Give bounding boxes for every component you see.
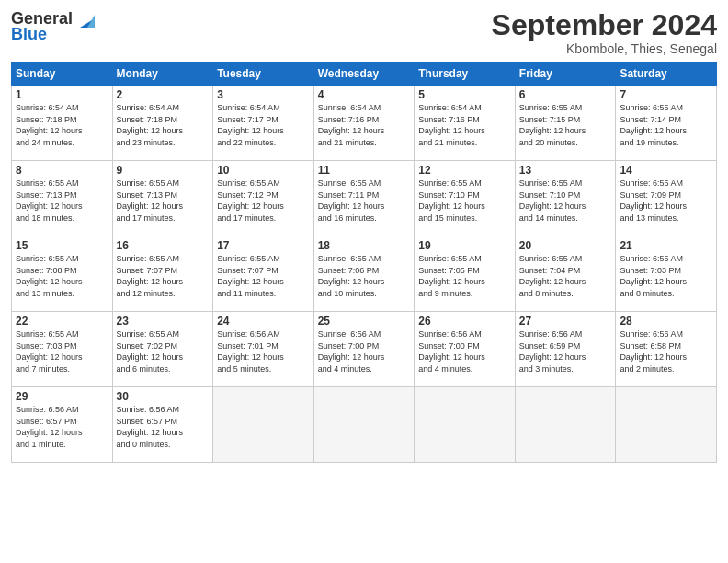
day-info: Sunrise: 6:55 AMSunset: 7:10 PMDaylight:… (418, 178, 511, 224)
calendar-cell: 2Sunrise: 6:54 AMSunset: 7:18 PMDaylight… (112, 86, 213, 161)
calendar-week-row: 22Sunrise: 6:55 AMSunset: 7:03 PMDayligh… (12, 312, 717, 387)
calendar-header-row: Sunday Monday Tuesday Wednesday Thursday… (12, 63, 717, 86)
day-info: Sunrise: 6:55 AMSunset: 7:13 PMDaylight:… (117, 178, 210, 224)
calendar-cell: 11Sunrise: 6:55 AMSunset: 7:11 PMDayligh… (313, 161, 415, 236)
col-thursday: Thursday (415, 63, 516, 86)
calendar-cell (515, 387, 616, 463)
day-info: Sunrise: 6:55 AMSunset: 7:13 PMDaylight:… (16, 178, 108, 224)
day-number: 1 (16, 88, 108, 101)
calendar-cell: 15Sunrise: 6:55 AMSunset: 7:08 PMDayligh… (12, 236, 113, 312)
calendar-cell: 22Sunrise: 6:55 AMSunset: 7:03 PMDayligh… (12, 312, 113, 387)
calendar-cell: 26Sunrise: 6:56 AMSunset: 7:00 PMDayligh… (415, 312, 516, 387)
calendar-cell: 4Sunrise: 6:54 AMSunset: 7:16 PMDaylight… (313, 86, 415, 161)
day-number: 26 (418, 315, 511, 327)
calendar-cell (616, 387, 717, 463)
calendar-cell: 30Sunrise: 6:56 AMSunset: 6:57 PMDayligh… (112, 387, 213, 463)
day-number: 19 (418, 239, 511, 252)
calendar-cell: 24Sunrise: 6:56 AMSunset: 7:01 PMDayligh… (213, 312, 314, 387)
calendar-cell: 16Sunrise: 6:55 AMSunset: 7:07 PMDayligh… (112, 236, 213, 312)
day-number: 20 (519, 239, 612, 252)
day-info: Sunrise: 6:56 AMSunset: 6:58 PMDaylight:… (620, 328, 712, 374)
header: General Blue September 2024 Kbombole, Th… (11, 9, 717, 56)
day-info: Sunrise: 6:55 AMSunset: 7:07 PMDaylight:… (117, 253, 210, 299)
day-number: 18 (318, 239, 411, 252)
day-info: Sunrise: 6:55 AMSunset: 7:08 PMDaylight:… (16, 253, 108, 299)
day-number: 7 (620, 88, 712, 101)
col-tuesday: Tuesday (213, 63, 314, 86)
day-info: Sunrise: 6:54 AMSunset: 7:18 PMDaylight:… (117, 102, 210, 148)
day-number: 5 (418, 88, 511, 101)
day-number: 25 (318, 315, 411, 327)
calendar-cell: 20Sunrise: 6:55 AMSunset: 7:04 PMDayligh… (515, 236, 616, 312)
day-info: Sunrise: 6:55 AMSunset: 7:04 PMDaylight:… (519, 253, 612, 299)
day-info: Sunrise: 6:55 AMSunset: 7:02 PMDaylight:… (117, 328, 210, 374)
day-info: Sunrise: 6:55 AMSunset: 7:14 PMDaylight:… (620, 102, 712, 148)
day-number: 3 (217, 88, 310, 101)
calendar-table: Sunday Monday Tuesday Wednesday Thursday… (11, 62, 717, 463)
day-info: Sunrise: 6:56 AMSunset: 6:57 PMDaylight:… (16, 404, 108, 450)
day-info: Sunrise: 6:55 AMSunset: 7:03 PMDaylight:… (16, 328, 108, 374)
day-info: Sunrise: 6:56 AMSunset: 6:57 PMDaylight:… (117, 404, 210, 450)
day-number: 27 (519, 315, 612, 327)
calendar-cell: 3Sunrise: 6:54 AMSunset: 7:17 PMDaylight… (213, 86, 314, 161)
col-monday: Monday (112, 63, 213, 86)
day-number: 10 (217, 164, 310, 177)
calendar-cell: 9Sunrise: 6:55 AMSunset: 7:13 PMDaylight… (112, 161, 213, 236)
col-saturday: Saturday (616, 63, 717, 86)
logo-blue-text: Blue (11, 25, 47, 44)
day-number: 11 (318, 164, 411, 177)
calendar-cell (415, 387, 516, 463)
calendar-cell: 25Sunrise: 6:56 AMSunset: 7:00 PMDayligh… (313, 312, 415, 387)
day-info: Sunrise: 6:54 AMSunset: 7:16 PMDaylight:… (318, 102, 411, 148)
calendar-week-row: 15Sunrise: 6:55 AMSunset: 7:08 PMDayligh… (12, 236, 717, 312)
month-title: September 2024 (492, 9, 717, 41)
day-number: 13 (519, 164, 612, 177)
day-info: Sunrise: 6:55 AMSunset: 7:15 PMDaylight:… (519, 102, 612, 148)
day-info: Sunrise: 6:56 AMSunset: 6:59 PMDaylight:… (519, 328, 612, 374)
calendar-cell: 29Sunrise: 6:56 AMSunset: 6:57 PMDayligh… (12, 387, 113, 463)
day-info: Sunrise: 6:55 AMSunset: 7:05 PMDaylight:… (418, 253, 511, 299)
day-info: Sunrise: 6:54 AMSunset: 7:18 PMDaylight:… (16, 102, 108, 148)
calendar-cell: 1Sunrise: 6:54 AMSunset: 7:18 PMDaylight… (12, 86, 113, 161)
day-info: Sunrise: 6:54 AMSunset: 7:17 PMDaylight:… (217, 102, 310, 148)
calendar-cell: 12Sunrise: 6:55 AMSunset: 7:10 PMDayligh… (415, 161, 516, 236)
day-info: Sunrise: 6:55 AMSunset: 7:06 PMDaylight:… (318, 253, 411, 299)
col-friday: Friday (515, 63, 616, 86)
calendar-cell: 27Sunrise: 6:56 AMSunset: 6:59 PMDayligh… (515, 312, 616, 387)
calendar-cell (313, 387, 415, 463)
day-number: 2 (117, 88, 210, 101)
day-info: Sunrise: 6:55 AMSunset: 7:03 PMDaylight:… (620, 253, 712, 299)
day-number: 4 (318, 88, 411, 101)
day-number: 23 (117, 315, 210, 327)
location: Kbombole, Thies, Senegal (492, 41, 717, 56)
calendar-cell: 18Sunrise: 6:55 AMSunset: 7:06 PMDayligh… (313, 236, 415, 312)
day-number: 9 (117, 164, 210, 177)
day-number: 6 (519, 88, 612, 101)
col-wednesday: Wednesday (313, 63, 415, 86)
day-number: 8 (16, 164, 108, 177)
day-number: 15 (16, 239, 108, 252)
calendar-cell: 21Sunrise: 6:55 AMSunset: 7:03 PMDayligh… (616, 236, 717, 312)
calendar-cell: 7Sunrise: 6:55 AMSunset: 7:14 PMDaylight… (616, 86, 717, 161)
day-number: 22 (16, 315, 108, 327)
day-info: Sunrise: 6:55 AMSunset: 7:10 PMDaylight:… (519, 178, 612, 224)
day-info: Sunrise: 6:55 AMSunset: 7:11 PMDaylight:… (318, 178, 411, 224)
calendar-cell: 17Sunrise: 6:55 AMSunset: 7:07 PMDayligh… (213, 236, 314, 312)
title-section: September 2024 Kbombole, Thies, Senegal (492, 9, 717, 56)
calendar-cell: 5Sunrise: 6:54 AMSunset: 7:16 PMDaylight… (415, 86, 516, 161)
day-number: 17 (217, 239, 310, 252)
day-number: 24 (217, 315, 310, 327)
col-sunday: Sunday (12, 63, 113, 86)
calendar-week-row: 1Sunrise: 6:54 AMSunset: 7:18 PMDaylight… (12, 86, 717, 161)
day-info: Sunrise: 6:55 AMSunset: 7:12 PMDaylight:… (217, 178, 310, 224)
calendar-cell: 19Sunrise: 6:55 AMSunset: 7:05 PMDayligh… (415, 236, 516, 312)
calendar-week-row: 8Sunrise: 6:55 AMSunset: 7:13 PMDaylight… (12, 161, 717, 236)
day-info: Sunrise: 6:56 AMSunset: 7:01 PMDaylight:… (217, 328, 310, 374)
day-number: 12 (418, 164, 511, 177)
day-number: 16 (117, 239, 210, 252)
day-info: Sunrise: 6:56 AMSunset: 7:00 PMDaylight:… (418, 328, 511, 374)
calendar-cell: 6Sunrise: 6:55 AMSunset: 7:15 PMDaylight… (515, 86, 616, 161)
calendar-cell (213, 387, 314, 463)
logo: General Blue (11, 9, 95, 44)
day-info: Sunrise: 6:55 AMSunset: 7:07 PMDaylight:… (217, 253, 310, 299)
